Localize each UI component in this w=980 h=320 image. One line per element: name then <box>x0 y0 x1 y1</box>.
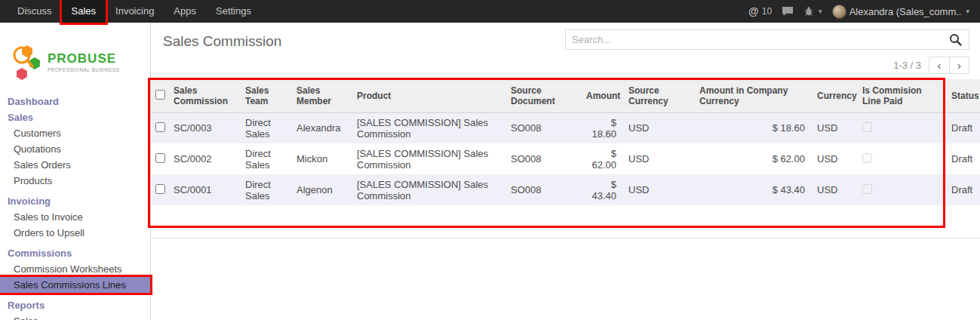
pager-range: 1-3 / 3 <box>893 60 921 71</box>
nav-group-reports: Reports Sales <box>0 297 150 320</box>
sidebar-item-commission-worksheets[interactable]: Commission Worksheets <box>0 261 150 277</box>
top-menu-sales[interactable]: Sales <box>62 0 106 23</box>
table-row[interactable]: SC/0003 Direct Sales Alexandra [SALES CO… <box>151 112 980 143</box>
sidebar-item-sales-report[interactable]: Sales <box>0 313 150 320</box>
sidebar-heading-commissions[interactable]: Commissions <box>0 245 150 261</box>
cell-sales-commission: SC/0002 <box>167 143 239 174</box>
search-input[interactable] <box>565 29 969 50</box>
top-menu-settings[interactable]: Settings <box>206 0 261 23</box>
cell-sales-commission: SC/0003 <box>167 112 239 143</box>
commission-list-table: Sales Commission Sales Team Sales Member… <box>151 79 980 205</box>
cell-source-currency: USD <box>622 143 693 174</box>
column-header-amount[interactable]: Amount <box>580 79 622 112</box>
mentions-button[interactable]: @ 10 <box>748 5 772 17</box>
column-header-source-currency[interactable]: Source Currency <box>622 79 693 112</box>
sidebar-item-sales-orders[interactable]: Sales Orders <box>0 157 150 173</box>
cell-product: [SALES COMMISSION] Sales Commission <box>351 143 505 174</box>
page-title: Sales Commission <box>163 33 281 50</box>
row-select-checkbox[interactable] <box>155 184 165 194</box>
sidebar-nav: Dashboard Sales Customers Quotations Sal… <box>0 94 150 320</box>
nav-group-invoicing: Invoicing Sales to Invoice Orders to Ups… <box>0 193 150 241</box>
cell-amount-company: $ 43.40 <box>693 174 811 205</box>
cell-currency: USD <box>811 112 856 143</box>
top-menu-apps[interactable]: Apps <box>164 0 206 23</box>
brand-logo[interactable]: PROBUSE PROFESSIONAL BUSINESS <box>0 23 150 89</box>
user-menu[interactable]: Alexandra (Sales_comm.. ▾ <box>832 5 969 19</box>
cell-source-document: SO008 <box>505 143 580 174</box>
column-header-product[interactable]: Product <box>351 79 505 112</box>
systray: @ 10 ▾ Alexandra (Sales_comm.. <box>748 0 980 23</box>
sidebar-item-orders-to-upsell[interactable]: Orders to Upsell <box>0 225 150 241</box>
column-header-amount-company-currency[interactable]: Amount in Company Currency <box>693 79 811 112</box>
column-header-sales-commission[interactable]: Sales Commission <box>167 79 239 112</box>
table-row[interactable]: SC/0001 Direct Sales Algenon [SALES COMM… <box>151 174 980 205</box>
brand-logo-text: PROBUSE PROFESSIONAL BUSINESS <box>48 52 120 72</box>
cell-is-paid <box>856 143 945 174</box>
cell-source-document: SO008 <box>505 112 580 143</box>
at-icon: @ <box>748 5 759 17</box>
cell-amount: $ 62.00 <box>580 143 622 174</box>
sidebar-item-sales-commissions-lines[interactable]: Sales Commissions Lines <box>0 277 150 293</box>
pager-next-button[interactable]: › <box>949 57 969 74</box>
nav-group-commissions: Commissions Commission Worksheets Sales … <box>0 245 150 293</box>
cell-currency: USD <box>811 174 856 205</box>
cell-source-currency: USD <box>622 112 693 143</box>
column-header-source-document[interactable]: Source Document <box>505 79 580 112</box>
column-header-sales-team[interactable]: Sales Team <box>239 79 290 112</box>
top-navbar: Discuss Sales Invoicing Apps Settings @ … <box>0 0 980 23</box>
brand-name: PROBUSE <box>48 52 120 66</box>
nav-group-sales: Dashboard Sales Customers Quotations Sal… <box>0 94 150 189</box>
app-body: PROBUSE PROFESSIONAL BUSINESS Dashboard … <box>0 23 980 320</box>
sidebar-item-quotations[interactable]: Quotations <box>0 141 150 157</box>
bug-icon <box>803 6 814 17</box>
sidebar-item-customers[interactable]: Customers <box>0 125 150 141</box>
row-select-checkbox[interactable] <box>155 122 165 132</box>
sidebar-item-label: Sales Commissions Lines <box>14 279 126 291</box>
messages-button[interactable] <box>782 6 794 17</box>
top-menu-group: Discuss Sales Invoicing Apps Settings <box>0 0 261 23</box>
pager: 1-3 / 3 ‹ › <box>151 50 980 79</box>
cell-product: [SALES COMMISSION] Sales Commission <box>351 174 505 205</box>
cell-sales-team: Direct Sales <box>239 112 290 143</box>
is-paid-checkbox <box>862 153 872 163</box>
row-select-checkbox[interactable] <box>155 153 165 163</box>
list-view: Sales Commission Sales Team Sales Member… <box>151 79 980 228</box>
sidebar-item-sales-to-invoice[interactable]: Sales to Invoice <box>0 209 150 225</box>
cell-status: Draft <box>945 143 980 174</box>
is-paid-checkbox <box>862 122 872 132</box>
debug-menu-button[interactable]: ▾ <box>803 6 822 17</box>
cell-amount-company: $ 62.00 <box>693 143 811 174</box>
column-header-currency[interactable]: Currency <box>811 79 856 112</box>
sidebar-heading-sales[interactable]: Sales <box>0 109 150 125</box>
sidebar-heading-invoicing[interactable]: Invoicing <box>0 193 150 209</box>
column-header-status[interactable]: Status <box>945 79 980 112</box>
cell-product: [SALES COMMISSION] Sales Commission <box>351 112 505 143</box>
chevron-down-icon: ▾ <box>819 8 822 15</box>
pager-previous-button[interactable]: ‹ <box>929 57 949 74</box>
chat-icon <box>782 6 794 17</box>
sidebar-item-products[interactable]: Products <box>0 173 150 189</box>
cell-sales-member: Mickon <box>290 143 351 174</box>
sidebar-heading-dashboard[interactable]: Dashboard <box>0 94 150 109</box>
search-bar <box>565 29 969 50</box>
cell-amount: $ 43.40 <box>580 174 622 205</box>
cell-source-currency: USD <box>622 174 693 205</box>
search-icon[interactable] <box>949 32 967 48</box>
top-menu-discuss[interactable]: Discuss <box>8 0 62 23</box>
column-header-is-paid[interactable]: Is Commision Line Paid <box>856 79 945 112</box>
column-header-sales-member[interactable]: Sales Member <box>290 79 351 112</box>
cell-is-paid <box>856 112 945 143</box>
mention-count: 10 <box>762 6 772 17</box>
top-menu-invoicing[interactable]: Invoicing <box>106 0 164 23</box>
table-header-row: Sales Commission Sales Team Sales Member… <box>151 79 980 112</box>
chevron-down-icon: ▾ <box>966 8 969 15</box>
cell-amount-company: $ 18.60 <box>693 112 811 143</box>
list-empty-space <box>151 205 980 228</box>
brand-tagline: PROFESSIONAL BUSINESS <box>48 67 120 72</box>
table-row[interactable]: SC/0002 Direct Sales Mickon [SALES COMMI… <box>151 143 980 174</box>
sidebar-heading-reports[interactable]: Reports <box>0 297 150 313</box>
select-all-checkbox[interactable] <box>155 90 165 100</box>
pager-buttons: ‹ › <box>929 57 969 74</box>
cell-sales-commission: SC/0001 <box>167 174 239 205</box>
is-paid-checkbox <box>862 184 872 194</box>
